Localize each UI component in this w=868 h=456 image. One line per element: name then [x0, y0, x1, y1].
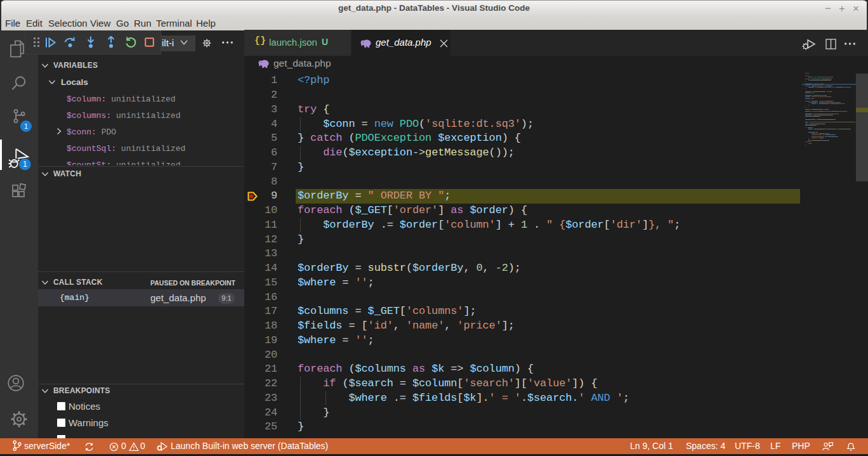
svg-text:1: 1 [23, 160, 27, 169]
